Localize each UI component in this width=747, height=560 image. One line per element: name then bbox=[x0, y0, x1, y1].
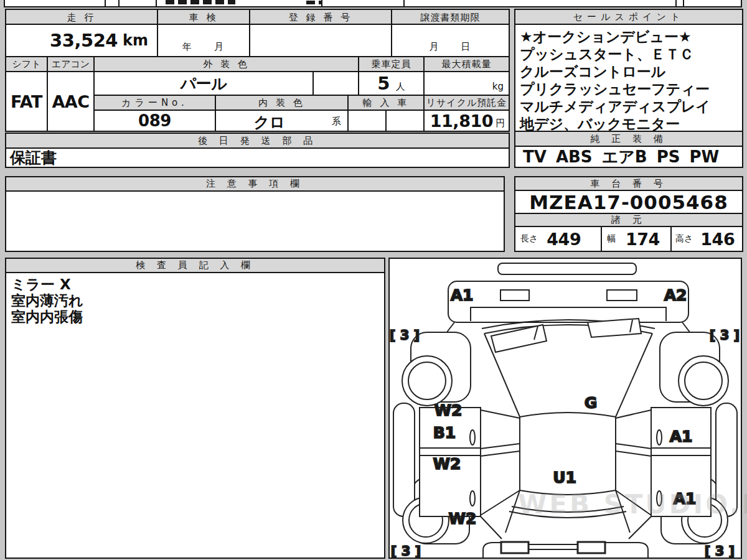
spec-width-value: 174 bbox=[626, 230, 660, 249]
sales-points-header: セールスポイント bbox=[514, 9, 743, 25]
spec-height-value: 146 bbox=[700, 230, 735, 249]
interior-color-header: 内 装 色 bbox=[215, 95, 349, 111]
aircon-value: AAC bbox=[47, 71, 95, 132]
inspector-note-line: 室内内張傷 bbox=[11, 309, 379, 325]
capacity-value: 5 bbox=[377, 73, 390, 94]
exterior-color-value: パール bbox=[93, 71, 314, 96]
sales-point-line: クルーズコントロール bbox=[520, 63, 738, 80]
spec-width-label: 幅 bbox=[607, 233, 616, 245]
caution-notes-header: 注 意 事 項 欄 bbox=[5, 176, 505, 192]
inspector-note-line: 室内薄汚れ bbox=[11, 292, 379, 309]
cropped-top-row bbox=[4, 0, 742, 7]
damage-label-rear-tire-right: [ 3 ] bbox=[705, 544, 735, 558]
exterior-color-header: 外 装 色 bbox=[93, 56, 359, 72]
recycle-deposit-value: 11,810 bbox=[430, 111, 493, 131]
recycle-deposit-value-cell: 11,810円 bbox=[423, 110, 510, 132]
recycle-deposit-unit: 円 bbox=[496, 113, 505, 129]
car-top-view-diagram: A1 A2 [ 3 ] [ 3 ] G W2 B1 W2 U1 A1 A1 W2… bbox=[390, 259, 741, 558]
specs-header: 諸 元 bbox=[514, 213, 743, 227]
cropped-divider bbox=[156, 0, 157, 6]
spec-length-label: 長さ bbox=[520, 233, 538, 245]
capacity-value-cell: 5人 bbox=[358, 71, 425, 96]
damage-label-windshield: G bbox=[585, 394, 598, 412]
chassis-number-header: 車 台 番 号 bbox=[514, 176, 743, 191]
transfer-deadline-value-cell: 月 日 bbox=[391, 24, 510, 57]
cropped-divider bbox=[4, 0, 5, 6]
genuine-equipment-value-cell: TV ABS エアB PS PW bbox=[514, 146, 743, 168]
mileage-unit: km bbox=[123, 32, 148, 49]
mileage-value-cell: 33,524km bbox=[5, 24, 158, 57]
sales-point-line: マルチメディアディスプレイ bbox=[520, 98, 738, 115]
max-load-value-cell: kg bbox=[423, 71, 510, 96]
import-car-value-cell bbox=[347, 110, 387, 132]
import-car-value-cell-2 bbox=[385, 110, 425, 132]
caution-notes-body bbox=[5, 190, 505, 252]
spec-length-cell: 長さ449 bbox=[514, 226, 602, 252]
interior-color-suffix: 系 bbox=[332, 116, 341, 128]
sales-points-body: ★オークションデビュー★ プッシュスタート、ＥＴＣ クルーズコントロール プリク… bbox=[514, 24, 743, 132]
aircon-header: エアコン bbox=[47, 56, 95, 72]
damage-label-rear-door-left: W2 bbox=[433, 455, 461, 473]
later-shipping-value-cell: 保証書 bbox=[5, 147, 510, 168]
mileage-value: 33,524 bbox=[50, 30, 118, 51]
sales-point-line: 地デジ、バックモニター bbox=[520, 115, 738, 133]
shift-header: シフト bbox=[5, 56, 48, 72]
capacity-header: 乗車定員 bbox=[358, 56, 425, 72]
damage-label-front-right: A2 bbox=[664, 286, 687, 304]
damage-label-front-tire-left: [ 3 ] bbox=[390, 328, 420, 343]
cropped-divider bbox=[675, 0, 677, 6]
cropped-text-fragment bbox=[166, 0, 235, 4]
spec-height-label: 高さ bbox=[675, 233, 693, 245]
inspector-notes-body: ミラー X 室内薄汚れ 室内内張傷 bbox=[5, 272, 385, 559]
later-shipping-value: 保証書 bbox=[10, 147, 57, 168]
cropped-divider bbox=[105, 0, 106, 6]
damage-label-front-door-left: B1 bbox=[433, 424, 456, 442]
damage-label-rear-fender-left: W2 bbox=[449, 510, 477, 528]
registration-value-cell bbox=[249, 24, 392, 57]
interior-color-value: クロ bbox=[216, 112, 322, 133]
cropped-divider bbox=[741, 0, 742, 6]
spec-width-cell: 幅174 bbox=[601, 226, 672, 252]
exterior-color-extra-cell bbox=[312, 71, 359, 96]
chassis-number-value: MZEA17-0005468 bbox=[514, 190, 743, 214]
sales-point-line: プッシュスタート、ＥＴＣ bbox=[520, 45, 738, 63]
max-load-header: 最大積載量 bbox=[423, 56, 510, 72]
import-car-header: 輸 入 車 bbox=[347, 95, 425, 111]
cropped-text-fragment bbox=[306, 1, 322, 4]
sales-point-line: プリクラッシュセーフティー bbox=[520, 80, 738, 98]
damage-label-front-tire-right: [ 3 ] bbox=[710, 328, 740, 343]
auction-sheet: 走 行 車 検 登 録 番 号 譲渡書類期限 33,524km 年 月 月 日 … bbox=[0, 0, 747, 560]
sales-point-line: ★オークションデビュー★ bbox=[520, 28, 738, 45]
damage-label-rear-tire-left: [ 3 ] bbox=[391, 544, 421, 558]
cropped-divider bbox=[683, 0, 684, 6]
recycle-deposit-header: リサイクル預託金 bbox=[423, 95, 510, 111]
interior-color-value-cell: クロ 系 bbox=[215, 110, 349, 132]
damage-label-front-door-left-top: W2 bbox=[435, 401, 463, 419]
cropped-divider bbox=[118, 0, 120, 6]
shift-value: FAT bbox=[5, 71, 48, 132]
damage-label-front-door-right: A1 bbox=[670, 427, 693, 446]
spec-length-value: 449 bbox=[547, 230, 581, 249]
color-no-value: 089 bbox=[93, 110, 216, 132]
damage-label-front-left: A1 bbox=[451, 286, 474, 304]
color-no-header: カラーNo. bbox=[93, 95, 216, 111]
max-load-unit: kg bbox=[492, 81, 504, 92]
inspector-note-line: ミラー X bbox=[11, 276, 379, 292]
cropped-divider bbox=[403, 0, 405, 6]
genuine-equipment-header: 純 正 装 備 bbox=[514, 131, 743, 147]
damage-label-rear-door-right: A1 bbox=[674, 490, 697, 508]
spec-height-cell: 高さ146 bbox=[670, 226, 743, 252]
damage-label-roof: U1 bbox=[553, 469, 576, 487]
capacity-unit: 人 bbox=[396, 75, 405, 93]
genuine-equipment-value: TV ABS エアB PS PW bbox=[523, 146, 719, 168]
inspector-notes-header: 検 査 員 記 入 欄 bbox=[5, 258, 385, 273]
later-shipping-header: 後 日 発 送 部 品 bbox=[5, 133, 510, 149]
inspection-value-cell: 年 月 bbox=[157, 24, 250, 57]
